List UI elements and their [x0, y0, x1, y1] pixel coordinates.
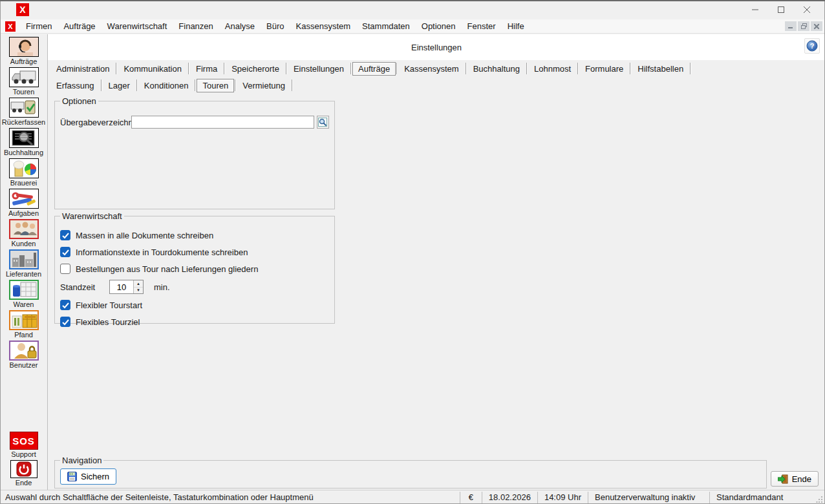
magnifier-paper-icon: [9, 128, 39, 148]
tab-kommunikation[interactable]: Kommunikation: [118, 62, 188, 76]
sidebar-item-aufgaben[interactable]: Aufgaben: [0, 189, 48, 219]
checkbox-row-tourstart[interactable]: Flexibler Tourstart: [60, 297, 329, 313]
statusbar: Auswahl durch Schaltfläche der Seitenlei…: [0, 490, 825, 504]
tab-divider: [466, 63, 467, 74]
menu-auftraege[interactable]: Aufträge: [58, 20, 101, 32]
sidebar-item-lieferanten[interactable]: Lieferanten: [0, 249, 48, 280]
tab-divider: [292, 79, 293, 91]
tab-formulare[interactable]: Formulare: [579, 62, 629, 76]
sidebar-label: Waren: [14, 300, 34, 308]
checkbox-tourziel[interactable]: [60, 317, 70, 327]
checkbox-infotexte[interactable]: [60, 247, 70, 257]
menu-warenwirtschaft[interactable]: Warenwirtschaft: [102, 20, 173, 32]
spinner-up-button[interactable]: ▲: [134, 280, 143, 288]
sidebar-item-benutzer[interactable]: Benutzer: [0, 341, 48, 371]
tab-vermietung[interactable]: Vermietung: [237, 79, 291, 92]
tab-touren-selected[interactable]: Touren: [197, 79, 234, 92]
checkbox-row-bestellungen[interactable]: Bestellungen aus Tour nach Lieferungen g…: [60, 260, 329, 277]
mdi-restore-button[interactable]: [798, 21, 809, 31]
tab-hilfstabellen[interactable]: Hilfstabellen: [632, 62, 689, 76]
mdi-minimize-button[interactable]: [785, 21, 797, 31]
tab-divider: [690, 63, 691, 74]
menu-firmen[interactable]: Firmen: [20, 20, 58, 32]
check-icon: [62, 302, 69, 309]
tab-divider: [101, 79, 102, 91]
tab-erfassung[interactable]: Erfassung: [50, 79, 100, 92]
user-lock-icon: [9, 341, 39, 361]
sichern-button[interactable]: Sichern: [60, 468, 116, 485]
tab-kassensystem[interactable]: Kassensystem: [398, 62, 465, 76]
menu-fenster[interactable]: Fenster: [462, 20, 502, 32]
standzeit-input[interactable]: [110, 280, 133, 293]
standzeit-row: Standzeit ▲ ▼ min.: [60, 277, 329, 297]
sidebar-label: Rückerfassen: [2, 118, 45, 126]
sidebar-item-pfand[interactable]: Pfand: [0, 310, 48, 341]
tab-firma[interactable]: Firma: [190, 62, 223, 76]
factory-icon: [9, 249, 39, 269]
tab-divider: [235, 79, 236, 91]
window-top-edge: [0, 0, 825, 1]
resize-grip[interactable]: [816, 492, 824, 504]
mdi-close-button[interactable]: [811, 21, 822, 31]
checkbox-row-infotexte[interactable]: Informationstexte in Tourdokumente schre…: [60, 244, 329, 260]
checkbox-bestellungen[interactable]: [60, 264, 70, 274]
checkbox-row-massen[interactable]: Massen in alle Dokumente schreiben: [60, 227, 329, 244]
tab-divider: [350, 63, 352, 74]
sidebar-label: Ende: [16, 479, 32, 487]
tab-divider: [188, 63, 189, 74]
beer-piechart-icon: [9, 158, 39, 178]
tab-lohnmost[interactable]: Lohnmost: [528, 62, 577, 76]
sidebar-item-buchhaltung[interactable]: Buchhaltung: [0, 128, 48, 158]
menu-kassensystem[interactable]: Kassensystem: [290, 20, 357, 32]
tab-divider: [136, 79, 138, 91]
checkbox-row-tourziel[interactable]: Flexibles Tourziel: [60, 313, 329, 330]
tab-einstellungen[interactable]: Einstellungen: [288, 62, 350, 76]
help-icon: ?: [806, 40, 818, 52]
sidebar-item-support[interactable]: SOS Support: [0, 432, 48, 460]
app-logo-icon: X: [16, 3, 29, 16]
uebergabeverzeichnis-label: Übergabeverzeichnis: [60, 118, 131, 127]
svg-text:?: ?: [810, 42, 815, 50]
spinner-down-button[interactable]: ▼: [134, 288, 143, 294]
menu-buero[interactable]: Büro: [261, 20, 290, 32]
checkbox-massen[interactable]: [60, 230, 70, 240]
sidebar-item-waren[interactable]: Waren: [0, 280, 48, 310]
standzeit-unit: min.: [154, 282, 170, 292]
restore-icon: [801, 23, 807, 29]
warenwirtschaft-groupbox: Warenwirtschaft Massen in alle Dokumente…: [54, 216, 335, 324]
tab-konditionen[interactable]: Konditionen: [138, 79, 195, 92]
sidebar-item-auftraege[interactable]: Aufträge: [0, 37, 48, 67]
sidebar-item-touren[interactable]: Touren: [0, 67, 48, 98]
tab-buchhaltung[interactable]: Buchhaltung: [467, 62, 526, 76]
window-maximize-button[interactable]: [768, 0, 794, 19]
menu-hilfe[interactable]: Hilfe: [502, 20, 530, 32]
menu-finanzen[interactable]: Finanzen: [173, 20, 219, 32]
sidebar-label: Brauerei: [10, 179, 38, 187]
tab-speicherorte[interactable]: Speicherorte: [226, 62, 285, 76]
tab-auftraege-selected[interactable]: Aufträge: [352, 62, 396, 76]
tab-administration[interactable]: Administration: [50, 62, 115, 76]
maximize-icon: [777, 6, 785, 14]
checkbox-tourstart[interactable]: [60, 300, 70, 310]
optionen-group-title: Optionen: [60, 96, 98, 106]
ende-button[interactable]: Ende: [771, 471, 819, 487]
help-button[interactable]: ?: [804, 38, 820, 54]
magnifier-icon: [318, 118, 327, 127]
warenwirtschaft-group-title: Warenwirtschaft: [60, 211, 124, 221]
sidebar-item-rueckerfassen[interactable]: Rückerfassen: [0, 98, 48, 128]
uebergabeverzeichnis-input[interactable]: [131, 116, 314, 129]
menu-stammdaten[interactable]: Stammdaten: [356, 20, 416, 32]
status-currency: €: [460, 492, 482, 503]
window-close-button[interactable]: [794, 0, 820, 19]
sidebar-item-ende[interactable]: Ende: [0, 460, 48, 490]
window-minimize-button[interactable]: [742, 0, 768, 19]
menu-optionen[interactable]: Optionen: [416, 20, 462, 32]
tab-lager[interactable]: Lager: [103, 79, 136, 92]
sub-tab-bar: Erfassung Lager Konditionen Touren Vermi…: [48, 77, 825, 94]
navigation-groupbox: Navigation Sichern: [54, 460, 767, 488]
sidebar-item-kunden[interactable]: Kunden: [0, 219, 48, 249]
browse-directory-button[interactable]: [317, 116, 329, 129]
menu-analyse[interactable]: Analyse: [219, 20, 261, 32]
standzeit-spinner[interactable]: ▲ ▼: [109, 280, 144, 294]
sidebar-item-brauerei[interactable]: Brauerei: [0, 158, 48, 189]
